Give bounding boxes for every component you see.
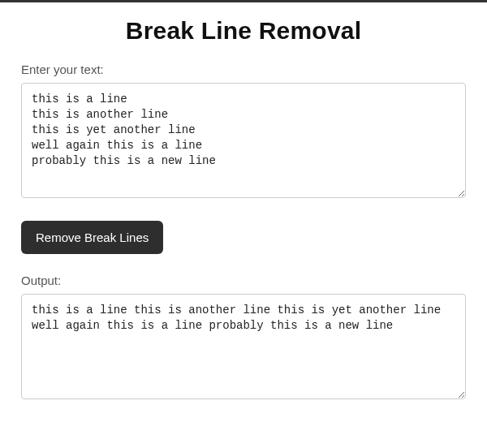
- main-container: Break Line Removal Enter your text: Remo…: [0, 2, 487, 416]
- input-label: Enter your text:: [21, 62, 466, 76]
- output-textarea[interactable]: [21, 294, 466, 399]
- page-title: Break Line Removal: [21, 17, 466, 45]
- input-textarea[interactable]: [21, 83, 466, 198]
- output-label: Output:: [21, 274, 466, 287]
- remove-break-lines-button[interactable]: Remove Break Lines: [21, 221, 163, 254]
